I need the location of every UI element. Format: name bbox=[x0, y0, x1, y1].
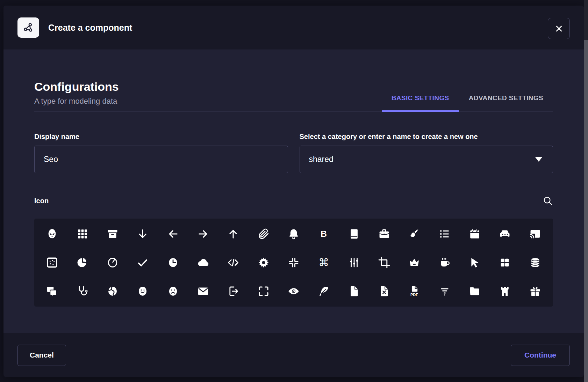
form-fields: Display name Select a category or enter … bbox=[34, 133, 553, 173]
icon-option-gate[interactable] bbox=[490, 277, 520, 306]
icon-option-chart-donut[interactable] bbox=[67, 248, 97, 277]
modal-body: Configurations A type for modeling data … bbox=[3, 50, 584, 333]
icon-option-bullet-list[interactable] bbox=[430, 220, 460, 248]
section-head: Configurations A type for modeling data … bbox=[34, 50, 553, 112]
display-name-input[interactable] bbox=[34, 146, 288, 173]
icon-option-car[interactable] bbox=[490, 220, 520, 248]
icon-option-check[interactable] bbox=[128, 248, 158, 277]
close-icon bbox=[554, 24, 564, 34]
icon-option-arrow-up[interactable] bbox=[218, 220, 248, 248]
icon-option-collapse[interactable] bbox=[279, 248, 309, 277]
icon-option-arrow-down[interactable] bbox=[128, 220, 158, 248]
icon-option-faders[interactable] bbox=[339, 248, 369, 277]
icon-option-bell[interactable] bbox=[279, 220, 309, 248]
icon-option-file-pdf[interactable]: PDF bbox=[399, 277, 429, 306]
icon-option-database[interactable] bbox=[520, 248, 550, 277]
modal-title: Create a component bbox=[48, 23, 132, 33]
icon-option-cloud[interactable] bbox=[188, 248, 218, 277]
scrollbar-thumb[interactable] bbox=[584, 40, 588, 382]
modal-footer: Cancel Continue bbox=[3, 333, 584, 377]
icon-option-arrow-left[interactable] bbox=[158, 220, 188, 248]
chevron-down-icon bbox=[535, 157, 543, 162]
icon-option-cast[interactable] bbox=[520, 220, 550, 248]
category-label: Select a category or enter a name to cre… bbox=[300, 133, 553, 141]
category-select[interactable]: shared bbox=[300, 146, 553, 173]
create-component-modal: Create a component Configurations A type… bbox=[3, 6, 584, 377]
icon-option-cog[interactable] bbox=[248, 248, 278, 277]
icon-option-emotion-happy[interactable] bbox=[128, 277, 158, 306]
screen: Create a component Configurations A type… bbox=[0, 0, 588, 382]
svg-text:B: B bbox=[321, 229, 327, 238]
icon-option-folder[interactable] bbox=[460, 277, 490, 306]
icon-option-apps[interactable] bbox=[67, 220, 97, 248]
icon-option-filter[interactable] bbox=[430, 277, 460, 306]
display-name-label: Display name bbox=[34, 133, 288, 141]
category-field: Select a category or enter a name to cre… bbox=[300, 133, 553, 173]
icon-option-expand[interactable] bbox=[248, 277, 278, 306]
icon-option-crop[interactable] bbox=[369, 248, 399, 277]
tab-basic-settings[interactable]: BASIC SETTINGS bbox=[382, 94, 459, 112]
close-button[interactable] bbox=[548, 18, 570, 39]
icon-option-archive[interactable] bbox=[98, 220, 128, 248]
cancel-button[interactable]: Cancel bbox=[17, 345, 66, 366]
icon-option-stethoscope[interactable] bbox=[67, 277, 97, 306]
display-name-field: Display name bbox=[34, 133, 288, 173]
continue-button[interactable]: Continue bbox=[511, 345, 570, 366]
icon-option-cup[interactable] bbox=[430, 248, 460, 277]
section-heading: Configurations A type for modeling data bbox=[34, 80, 119, 111]
icon-option-book[interactable] bbox=[339, 220, 369, 248]
section-title: Configurations bbox=[34, 80, 119, 93]
icon-option-envelope[interactable] bbox=[188, 277, 218, 306]
icon-option-file-error[interactable] bbox=[369, 277, 399, 306]
icon-option-gift[interactable] bbox=[520, 277, 550, 306]
icon-option-exit[interactable] bbox=[218, 277, 248, 306]
icon-option-dashboard[interactable] bbox=[490, 248, 520, 277]
icon-option-feather[interactable] bbox=[309, 277, 339, 306]
icon-option-cursor[interactable] bbox=[460, 248, 490, 277]
icon-grid: B⌘PDF bbox=[34, 219, 553, 307]
icon-option-crown[interactable] bbox=[399, 248, 429, 277]
section-subtitle: A type for modeling data bbox=[34, 97, 119, 106]
icon-section-head: Icon bbox=[34, 196, 553, 206]
icon-option-emotion-unhappy[interactable] bbox=[158, 277, 188, 306]
icon-option-arrow-right[interactable] bbox=[188, 220, 218, 248]
page-scrollbar[interactable] bbox=[584, 0, 588, 382]
search-icon bbox=[543, 196, 553, 206]
icon-option-code[interactable] bbox=[218, 248, 248, 277]
icon-option-bold[interactable]: B bbox=[309, 220, 339, 248]
modal-header: Create a component bbox=[3, 6, 584, 50]
icon-option-briefcase[interactable] bbox=[369, 220, 399, 248]
icon-section-label: Icon bbox=[34, 197, 49, 205]
icon-option-file[interactable] bbox=[339, 277, 369, 306]
icon-option-calendar[interactable] bbox=[460, 220, 490, 248]
icon-option-brush[interactable] bbox=[399, 220, 429, 248]
category-select-value: shared bbox=[309, 155, 334, 164]
icon-option-alien[interactable] bbox=[37, 220, 67, 248]
icon-search-button[interactable] bbox=[543, 196, 553, 206]
svg-text:PDF: PDF bbox=[410, 293, 418, 297]
icon-option-command[interactable]: ⌘ bbox=[309, 248, 339, 277]
settings-tabs: BASIC SETTINGS ADVANCED SETTINGS bbox=[382, 94, 553, 111]
icon-option-eye[interactable] bbox=[279, 277, 309, 306]
icon-option-chart-bubble[interactable] bbox=[37, 248, 67, 277]
icon-option-earth[interactable] bbox=[98, 277, 128, 306]
icon-option-chart-pie[interactable] bbox=[98, 248, 128, 277]
svg-text:⌘: ⌘ bbox=[318, 257, 329, 269]
component-icon bbox=[17, 17, 39, 38]
tab-advanced-settings[interactable]: ADVANCED SETTINGS bbox=[459, 94, 553, 112]
icon-option-discuss[interactable] bbox=[37, 277, 67, 306]
icon-option-attachment[interactable] bbox=[248, 220, 278, 248]
icon-option-clock[interactable] bbox=[158, 248, 188, 277]
